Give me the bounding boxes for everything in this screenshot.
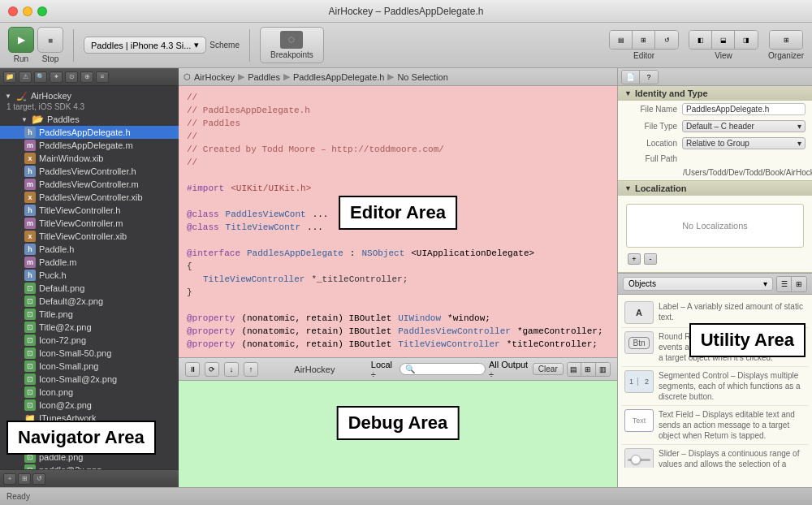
nav-icon-7[interactable]: ≡ <box>96 71 109 83</box>
run-button[interactable]: ▶ Run <box>8 27 34 63</box>
nav-item-background-png[interactable]: ⊡ background.png <box>0 425 179 438</box>
debug-split-left[interactable]: ▤ <box>568 363 581 376</box>
library-list-view[interactable]: ☰ <box>777 277 792 291</box>
breakpoints-button[interactable]: ⬡ Breakpoints <box>260 27 324 63</box>
maximize-button[interactable] <box>37 6 47 16</box>
nav-item-iconsmall50-png[interactable]: ⊡ Icon-Small-50.png <box>0 347 179 360</box>
debug-step-in-btn[interactable]: ↓ <box>224 362 239 377</box>
add-localization-btn[interactable]: + <box>628 253 641 265</box>
nav-bottom-icon-1[interactable]: + <box>3 473 16 485</box>
nav-item-default2x-png[interactable]: ⊡ Default@2x.png <box>0 295 179 308</box>
main-layout: 📁 ⚠ 🔍 ✦ ⊙ ⊕ ≡ ▼ 🏒 AirHockey 1 target, iO… <box>0 68 812 487</box>
output-dropdown[interactable]: All Output ÷ <box>489 360 529 379</box>
debug-step-out-btn[interactable]: ↑ <box>244 362 258 377</box>
scheme-selector[interactable]: Paddles | iPhone 4.3 Si... ▾ <box>84 37 206 54</box>
debug-clear-btn[interactable]: Clear <box>533 363 564 375</box>
navigator-bottom-toolbar: + ⊞ ↺ <box>0 469 179 487</box>
nav-item-background2x-png[interactable]: ⊡ background@2x.png <box>0 438 179 451</box>
utility-tab-quick[interactable]: ? <box>640 71 658 84</box>
window-title: AirHockey – PaddlesAppDelegate.h <box>329 6 484 17</box>
nav-item-paddle-m[interactable]: m Paddle.m <box>0 256 179 269</box>
minimize-button[interactable] <box>23 6 32 16</box>
utility-toolbar: 📄 ? <box>618 68 812 86</box>
debug-step-over-btn[interactable]: ⟳ <box>205 362 219 377</box>
nav-item-paddlesvc-m[interactable]: m PaddlesViewController.m <box>0 178 179 191</box>
nav-item-paddle-h[interactable]: h Paddle.h <box>0 243 179 256</box>
location-select[interactable]: Relative to Group ▾ <box>682 137 806 149</box>
nav-item-paddlesappdelegate-h[interactable]: h PaddlesAppDelegate.h <box>0 126 179 139</box>
utility-toggle-btn[interactable]: ◨ <box>735 31 758 49</box>
nav-item-puck-h[interactable]: h Puck.h <box>0 269 179 282</box>
nav-item-paddlesvc-xib[interactable]: x PaddlesViewController.xib <box>0 191 179 204</box>
identity-type-header: ▼ Identity and Type <box>618 86 812 101</box>
nav-item-paddlesvc-h[interactable]: h PaddlesViewController.h <box>0 165 179 178</box>
location-row: Location Relative to Group ▾ <box>618 135 812 152</box>
filename-row: File Name PaddlesAppDelegate.h <box>618 101 812 118</box>
nav-item-paddle2x-png[interactable]: ⊡ paddle@2x.png <box>0 464 179 469</box>
code-line <box>187 234 609 247</box>
code-line: // Created by Todd Moore – http://toddmo… <box>187 143 609 156</box>
filetype-select[interactable]: Default – C header ▾ <box>682 120 806 132</box>
nav-item-title2x-png[interactable]: ⊡ Title@2x.png <box>0 321 179 334</box>
filename-value[interactable]: PaddlesAppDelegate.h <box>682 103 806 115</box>
editor-code-content[interactable]: // // PaddlesAppDelegate.h // Paddles //… <box>179 86 617 357</box>
nav-item-paddles-group[interactable]: ▼ 📂 Paddles <box>0 113 179 126</box>
nav-item-default-png[interactable]: ⊡ Default.png <box>0 282 179 295</box>
nav-item-paddle-png[interactable]: ⊡ paddle.png <box>0 451 179 464</box>
code-line: } <box>187 286 609 299</box>
nav-item-mainwindow-xib[interactable]: x MainWindow.xib <box>0 152 179 165</box>
nav-icon-3[interactable]: 🔍 <box>34 71 47 83</box>
editor-version-btn[interactable]: ↺ <box>655 31 678 49</box>
nav-item-iconsmall2x-png[interactable]: ⊡ Icon-Small@2x.png <box>0 373 179 386</box>
navigator-toolbar: 📁 ⚠ 🔍 ✦ ⊙ ⊕ ≡ <box>0 68 179 86</box>
nav-icon-1[interactable]: 📁 <box>3 71 16 83</box>
nav-bottom-icon-3[interactable]: ↺ <box>32 473 45 485</box>
editor-panel: ⬡ AirHockey ▶ Paddles ▶ PaddlesAppDelega… <box>179 68 617 357</box>
organizer-button[interactable]: ⊞ <box>770 31 802 49</box>
code-line: @class TitleViewContr... <box>187 221 609 234</box>
organizer-group: ⊞ Organizer <box>768 30 804 60</box>
nav-item-icon72-png[interactable]: ⊡ Icon-72.png <box>0 334 179 347</box>
debug-panel: ⏸ ⟳ ↓ ↑ AirHockey Local ÷ 🔍 All Output ÷… <box>179 357 617 487</box>
nav-item-paddlesappdelegate-m[interactable]: m PaddlesAppDelegate.m <box>0 139 179 152</box>
nav-icon-6[interactable]: ⊕ <box>80 71 93 83</box>
nav-item-titlevc-xib[interactable]: x TitleViewController.xib <box>0 230 179 243</box>
code-line: @property (nonatomic, retain) IBOutlet P… <box>187 325 609 338</box>
nav-item-icon-png[interactable]: ⊡ Icon.png <box>0 386 179 399</box>
nav-item-itunesartwork[interactable]: 📁 ITunesArtwork <box>0 412 179 425</box>
debug-toggle-btn[interactable]: ⬓ <box>712 31 735 49</box>
editor-standard-btn[interactable]: ▤ <box>610 31 633 49</box>
localization-section: ▼ Localization No Localizations + - <box>618 181 812 273</box>
nav-item-icon2x-png[interactable]: ⊡ Icon@2x.png <box>0 399 179 412</box>
nav-item-titlevc-m[interactable]: m TitleViewController.m <box>0 217 179 230</box>
close-button[interactable] <box>8 6 18 16</box>
project-subtitle: 1 target, iOS SDK 4.3 <box>0 102 179 113</box>
navigator-toggle-btn[interactable]: ◧ <box>689 31 712 49</box>
main-toolbar: ▶ Run ■ Stop Paddles | iPhone 4.3 Si... … <box>0 23 812 68</box>
code-line <box>187 299 609 312</box>
local-dropdown[interactable]: Local ÷ <box>371 360 396 379</box>
nav-item-titlevc-h[interactable]: h TitleViewController.h <box>0 204 179 217</box>
nav-icon-2[interactable]: ⚠ <box>19 71 32 83</box>
nav-icon-5[interactable]: ⊙ <box>65 71 78 83</box>
debug-project-name: AirHockey <box>263 365 366 374</box>
nav-item-airhockey[interactable]: ▼ 🏒 AirHockey <box>0 89 179 102</box>
editor-assistant-btn[interactable]: ⊞ <box>633 31 655 49</box>
stop-button[interactable]: ■ Stop <box>37 27 63 63</box>
utility-panel: 📄 ? ▼ Identity and Type File Name Paddle… <box>617 68 812 487</box>
debug-console <box>398 381 617 487</box>
debug-search[interactable]: 🔍 <box>400 363 486 375</box>
code-line <box>187 195 609 208</box>
debug-split-both[interactable]: ⊞ <box>581 363 595 376</box>
remove-localization-btn[interactable]: - <box>644 253 657 265</box>
objects-dropdown[interactable]: Objects ▾ <box>623 277 773 291</box>
nav-icon-4[interactable]: ✦ <box>50 71 63 83</box>
nav-item-iconsmall-png[interactable]: ⊡ Icon-Small.png <box>0 360 179 373</box>
debug-pause-btn[interactable]: ⏸ <box>185 362 200 377</box>
code-line: @property (nonatomic, retain) IBOutlet T… <box>187 338 609 351</box>
debug-split-right[interactable]: ▥ <box>596 363 610 376</box>
nav-bottom-icon-2[interactable]: ⊞ <box>18 473 31 485</box>
library-grid-view[interactable]: ⊞ <box>792 277 806 291</box>
utility-tab-file[interactable]: 📄 <box>622 71 640 84</box>
nav-item-title-png[interactable]: ⊡ Title.png <box>0 308 179 321</box>
